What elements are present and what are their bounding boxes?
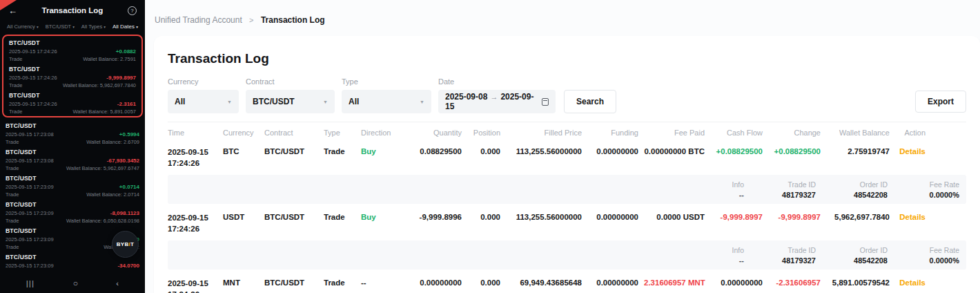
cell-funding: 0.00000000: [587, 147, 644, 169]
details-link[interactable]: Details: [895, 213, 931, 234]
cell-filled-price: 113,255.56000000: [506, 147, 587, 169]
contract-filter: Contract BTC/USDT▼: [246, 77, 335, 113]
entry-wallet-balance: Wallet Balance: 5,962,697.6747: [66, 165, 139, 171]
column-header: Cash Flow: [710, 129, 768, 137]
cell-wallet-balance: 2.75919747: [826, 147, 895, 169]
cell-time: 2025-09-1517:24:26: [168, 147, 223, 169]
entry-type: Trade: [9, 82, 22, 88]
mobile-log-entry[interactable]: BTC/USDT2025-09-15 17:23:08-67,930.3452T…: [0, 146, 145, 172]
help-icon[interactable]: ?: [128, 6, 137, 15]
arrow-right-icon: →: [490, 93, 498, 101]
subcell-order-id: Order ID48542208: [838, 180, 888, 199]
pair-label: BTC/USDT: [6, 201, 139, 208]
entry-time: 2025-09-15 17:23:09: [6, 184, 54, 190]
filter-all-dates[interactable]: All Dates ▾: [112, 23, 138, 30]
entry-time: 2025-09-15 17:24:26: [9, 75, 57, 81]
subcell-info: Info--: [694, 180, 744, 199]
export-button[interactable]: Export: [915, 91, 966, 113]
entry-type-balance-line: TradeWallet Balance: 5,962,697.7840: [9, 82, 136, 88]
entry-time-change-line: 2025-09-15 17:23:09+0.0714: [6, 184, 139, 190]
contract-label: Contract: [246, 77, 335, 86]
mobile-page-title: Transaction Log: [0, 6, 145, 15]
entry-change-value: +0.0882: [116, 48, 136, 55]
cell-type: Trade: [324, 147, 361, 169]
column-header: Time: [168, 129, 223, 137]
type-label: Type: [342, 77, 431, 86]
entry-time: 2025-09-15 17:23:09: [6, 263, 54, 269]
cell-type: Trade: [324, 213, 361, 234]
breadcrumb-parent-link[interactable]: Unified Trading Account: [155, 15, 242, 25]
subcell-order-id-label: Order ID: [838, 246, 888, 254]
screenshot-root: ← Transaction Log ? All Currency ▾ BTC/U…: [0, 0, 980, 293]
home-icon[interactable]: ○: [73, 278, 78, 288]
entry-type-balance-line: TradeWallet Balance: 2.0714: [6, 191, 139, 198]
entry-wallet-balance: Wallet Balance: 2.7591: [83, 56, 136, 62]
cell-change: -9,999.8997: [768, 213, 826, 234]
entry-type: Trade: [6, 165, 19, 171]
column-header: Funding: [587, 129, 644, 137]
mobile-log-entry[interactable]: BTC/USDT2025-09-15 17:24:26-9,999.8997Tr…: [3, 63, 141, 89]
details-link[interactable]: Details: [895, 147, 931, 169]
entry-time: 2025-09-15 17:23:09: [6, 236, 54, 243]
entry-type: Trade: [6, 244, 19, 250]
cell-wallet-balance: 5,962,697.7840: [826, 213, 895, 234]
entry-time-change-line: 2025-09-15 17:23:08-67,930.3452: [6, 158, 139, 164]
mobile-log-entry[interactable]: BTC/USDT2025-09-15 17:23:09-8,098.1123Tr…: [0, 198, 145, 225]
entry-time-change-line: 2025-09-15 17:23:09-34.0700: [6, 263, 139, 269]
column-header: Direction: [361, 129, 405, 137]
cell-funding: 0.00000000: [587, 213, 644, 234]
date-range-picker[interactable]: 2025-09-08→2025-09-15: [438, 90, 556, 113]
nav-back-icon[interactable]: ‹: [116, 279, 119, 287]
cell-funding: 0.00000000: [587, 278, 644, 293]
mobile-header: ← Transaction Log ?: [0, 0, 145, 21]
recents-icon[interactable]: |||: [26, 280, 35, 287]
details-link[interactable]: Details: [895, 278, 931, 293]
bybit-logo-badge: BYBIT: [112, 231, 139, 258]
type-select[interactable]: All▼: [342, 90, 431, 113]
cell-quantity: 0.08829500: [405, 147, 467, 169]
entry-time-change-line: 2025-09-15 17:24:26-9,999.8997: [9, 75, 136, 81]
subcell-trade-id-label: Trade ID: [766, 180, 816, 189]
transaction-log-card: Transaction Log Currency All▼ Contract B…: [154, 36, 980, 293]
subcell-order-id-value: 48542208: [838, 256, 888, 265]
table-row: 2025-09-1517:24:26USDTBTC/USDTTradeBuy-9…: [168, 209, 966, 236]
table-row: 2025-09-1517:24:26MNTBTC/USDTTrade--0.00…: [168, 275, 966, 293]
entry-time-change-line: 2025-09-15 17:23:08+0.5994: [6, 131, 139, 138]
breadcrumb-current: Transaction Log: [261, 15, 325, 25]
page-title: Transaction Log: [168, 51, 966, 66]
cell-fee-paid: 2.31606957 MNT: [644, 278, 710, 293]
contract-select[interactable]: BTC/USDT▼: [246, 90, 335, 113]
cell-contract: BTC/USDT: [264, 147, 324, 169]
search-button[interactable]: Search: [564, 90, 616, 113]
mobile-log-entry[interactable]: BTC/USDT2025-09-15 17:24:26-2.3161TradeW…: [3, 89, 141, 115]
cell-direction: Buy: [361, 213, 405, 234]
cell-type: Trade: [324, 278, 361, 293]
filters-row: Currency All▼ Contract BTC/USDT▼ Type Al…: [168, 77, 966, 113]
entry-change-value: -8,098.1123: [110, 210, 139, 216]
cell-wallet-balance: 5,891.00579542: [826, 278, 895, 293]
mobile-log-entry[interactable]: BTC/USDT2025-09-15 17:23:08+0.5994TradeW…: [0, 120, 145, 146]
date-filter: Date 2025-09-08→2025-09-15: [438, 77, 556, 113]
subcell-info: Info--: [694, 246, 744, 265]
filter-all-currency[interactable]: All Currency ▾: [7, 23, 39, 30]
entry-change-value: -2.3161: [117, 101, 136, 107]
column-header: Position: [467, 129, 506, 137]
column-header: Wallet Balance: [826, 129, 895, 137]
mobile-log-entry[interactable]: BTC/USDT2025-09-15 17:23:09+0.0714TradeW…: [0, 172, 145, 198]
cell-fee-paid: 0.00000000 BTC: [644, 147, 710, 169]
cell-direction: Buy: [361, 147, 405, 169]
column-header: Filled Price: [506, 129, 587, 137]
entry-change-value: -67,930.3452: [107, 158, 139, 164]
cell-quantity: -9,999.8996: [405, 213, 467, 234]
mobile-log-entry[interactable]: BTC/USDT2025-09-15 17:24:26+0.0882TradeW…: [3, 37, 141, 63]
cell-date-part: 2025-09-15: [168, 147, 217, 158]
filter-pair[interactable]: BTC/USDT ▾: [46, 23, 75, 30]
cell-time: 2025-09-1517:24:26: [168, 278, 223, 293]
chevron-down-icon: ▾: [104, 25, 106, 29]
filter-all-types[interactable]: All Types ▾: [81, 23, 106, 30]
currency-select[interactable]: All▼: [168, 90, 239, 113]
entry-type-balance-line: TradeWallet Balance: 2.6709: [6, 139, 139, 145]
cell-change: -2.31606957: [768, 278, 826, 293]
cell-currency: USDT: [223, 213, 264, 234]
cell-time-part: 17:24:26: [168, 158, 217, 169]
